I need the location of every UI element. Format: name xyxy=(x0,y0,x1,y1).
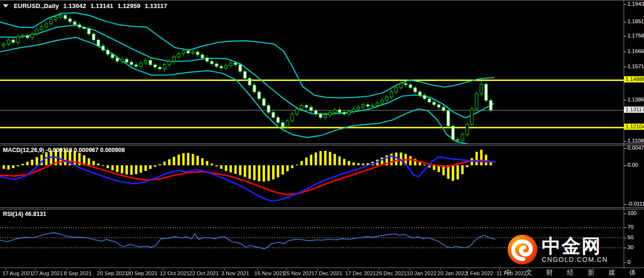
candle xyxy=(291,112,294,123)
date-tick-mark xyxy=(5,269,6,270)
candle xyxy=(470,107,473,126)
macd-axis-tick: 0.004749 xyxy=(627,145,644,151)
symbol-dropdown-icon[interactable] xyxy=(3,4,9,8)
macd-indicator-label: MACD(12,26,9) -0.000118 0.000967 0.00090… xyxy=(3,147,125,153)
candle xyxy=(423,93,426,101)
macd-histogram-bar xyxy=(301,161,303,165)
macd-histogram-bar xyxy=(149,165,152,169)
rsi-name: RSI(14) xyxy=(3,211,23,217)
level-price-label: 1.12104 xyxy=(624,124,644,130)
date-axis-label: 17 Aug 2021 xyxy=(2,270,33,276)
candle xyxy=(248,76,251,88)
candle xyxy=(418,90,421,98)
macd-histogram-bar xyxy=(97,163,100,165)
macd-histogram-bar xyxy=(258,165,261,181)
macd-histogram-bar xyxy=(3,165,5,169)
horizontal-level-line xyxy=(0,80,624,81)
candle xyxy=(480,81,483,96)
candle xyxy=(106,48,109,56)
candle xyxy=(414,85,417,94)
macd-histogram-bar xyxy=(140,165,142,173)
macd-histogram-bar xyxy=(131,165,133,175)
macd-histogram-bar xyxy=(12,165,15,168)
ohlc-high: 1.13141 xyxy=(90,2,113,9)
macd-histogram-bar xyxy=(126,165,128,174)
macd-histogram-bar xyxy=(17,165,19,166)
candle xyxy=(452,124,454,142)
candle xyxy=(272,110,275,120)
candle xyxy=(329,110,331,117)
macd-histogram-bar xyxy=(187,153,190,165)
date-axis-label: 17 Dec 2021 xyxy=(345,270,376,276)
macd-histogram-bar xyxy=(8,165,10,170)
candle xyxy=(433,100,435,107)
candle xyxy=(229,61,232,68)
candle xyxy=(69,17,71,24)
candle xyxy=(7,38,10,46)
price-pane[interactable]: EURUSD.,Daily 1.13042 1.13141 1.12959 1.… xyxy=(0,0,624,143)
macd-axis-tick: 0.00 xyxy=(627,162,638,168)
macd-histogram-bar xyxy=(201,158,204,165)
price-chart-canvas xyxy=(0,0,624,143)
price-axis-tick: 1.18510 xyxy=(627,18,644,24)
candle xyxy=(409,82,412,90)
macd-value-3: 0.000908 xyxy=(100,147,125,153)
macd-pane[interactable]: MACD(12,26,9) -0.000118 0.000967 0.00090… xyxy=(0,145,624,207)
date-tick-mark xyxy=(409,269,410,270)
macd-histogram-bar xyxy=(424,165,426,166)
macd-histogram-bar xyxy=(461,165,464,174)
candle xyxy=(366,102,369,108)
candle xyxy=(262,97,265,108)
price-axis-tick: 1.11085 xyxy=(627,138,644,143)
macd-histogram-bar xyxy=(230,165,232,172)
macd-histogram-bar xyxy=(324,151,327,165)
date-tick-mark xyxy=(317,269,318,270)
macd-histogram-bar xyxy=(334,154,336,165)
date-axis-label: 7 Dec 2021 xyxy=(314,270,342,276)
date-axis-label: 1 Feb 2022 xyxy=(466,270,493,276)
macd-histogram-bar xyxy=(154,165,157,167)
candle xyxy=(31,32,34,40)
candle xyxy=(206,55,209,63)
axis-tick-mark xyxy=(624,227,627,228)
macd-histogram-bar xyxy=(466,165,469,167)
axis-tick-mark xyxy=(624,100,627,100)
watermark-domain-text: CNGOLD.COM.CN xyxy=(542,256,608,263)
candle xyxy=(130,60,133,67)
macd-histogram-bar xyxy=(263,165,265,181)
macd-histogram-bar xyxy=(291,165,294,168)
macd-histogram-bar xyxy=(395,152,398,165)
date-tick-mark xyxy=(379,269,379,270)
macd-histogram-bar xyxy=(249,165,251,179)
axis-border-line xyxy=(624,0,624,269)
candle xyxy=(220,64,223,70)
date-axis-label: 10 Jan 2022 xyxy=(407,270,436,276)
date-axis-label: 25 Nov 2021 xyxy=(284,270,314,276)
macd-histogram-bar xyxy=(315,152,317,165)
candle xyxy=(40,25,43,32)
axis-tick-mark xyxy=(624,214,627,214)
macd-histogram-bar xyxy=(88,158,90,165)
axis-tick-mark xyxy=(624,148,627,149)
candle xyxy=(21,34,24,39)
symbol-period-label: EURUSD.,Daily xyxy=(14,2,59,9)
axis-tick-mark xyxy=(624,165,627,166)
macd-histogram-bar xyxy=(183,153,185,165)
candle xyxy=(83,25,86,31)
candle xyxy=(177,51,180,59)
date-axis-label: 20 Sep 2021 xyxy=(97,270,128,276)
rsi-indicator-label: RSI(14) 46.8131 xyxy=(3,211,46,217)
candle xyxy=(475,91,478,111)
macd-histogram-bar xyxy=(447,165,450,179)
macd-histogram-bar xyxy=(107,165,109,168)
macd-histogram-bar xyxy=(116,165,119,172)
ohlc-low: 1.12959 xyxy=(118,2,140,9)
macd-histogram-bar xyxy=(26,162,29,166)
ohlc-close: 1.13117 xyxy=(145,2,167,9)
macd-histogram-bar xyxy=(409,156,412,165)
macd-histogram-bar xyxy=(211,163,213,165)
candle xyxy=(158,65,161,71)
price-axis-tick: 1.16660 xyxy=(627,48,644,54)
axis-tick-mark xyxy=(624,22,627,22)
macd-chart-canvas xyxy=(0,145,624,207)
